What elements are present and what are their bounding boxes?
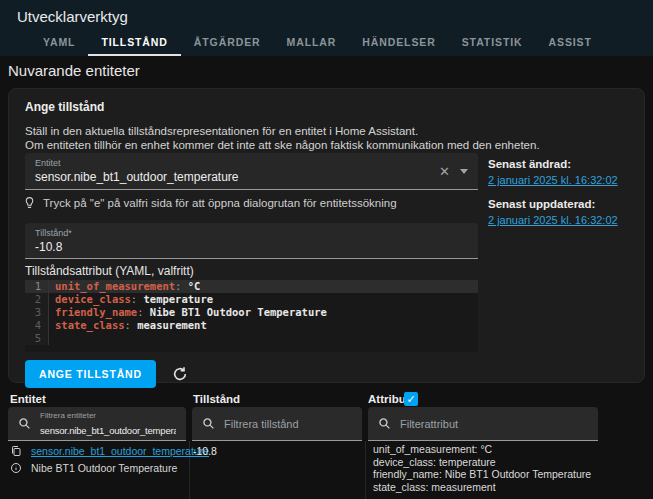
yaml-separator: :: [131, 293, 144, 305]
table-row-state-cell: -10.8: [193, 445, 217, 457]
last-changed-label: Senast ändrad:: [488, 158, 618, 170]
chevron-down-icon[interactable]: [460, 169, 468, 174]
yaml-separator: :: [175, 280, 188, 292]
card-description-line1: Ställ in den aktuella tillståndsrepresen…: [25, 125, 540, 139]
yaml-value: Nibe BT1 Outdoor Temperature: [150, 306, 327, 318]
entity-filter-input[interactable]: Filtrera entiteter: [8, 407, 186, 441]
line-number: 5: [25, 332, 49, 345]
last-changed-link[interactable]: 2 januari 2025 kl. 16:32:02: [488, 174, 618, 186]
card-description: Ställ in den aktuella tillståndsrepresen…: [25, 125, 540, 152]
tab-handelser[interactable]: HÄNDELSER: [349, 30, 448, 56]
app-header: Utvecklarverktyg YAML TILLSTÅND ÅTGÄRDER…: [0, 0, 653, 56]
attribute-line: device_class: temperature: [373, 456, 591, 469]
attribute-filter-input[interactable]: [368, 407, 598, 441]
yaml-key: device_class: [55, 293, 131, 305]
yaml-value: measurement: [137, 319, 207, 331]
search-icon: [378, 417, 391, 430]
yaml-key: state_class: [55, 319, 125, 331]
yaml-value: °C: [188, 280, 201, 292]
attribute-line: friendly_name: Nibe BT1 Outdoor Temperat…: [373, 468, 591, 481]
yaml-editor[interactable]: 1 unit_of_measurement: °C 2 device_class…: [25, 280, 478, 352]
tab-tillstand[interactable]: TILLSTÅND: [88, 30, 180, 56]
yaml-key: friendly_name: [55, 306, 137, 318]
developer-tools-page: Utvecklarverktyg YAML TILLSTÅND ÅTGÄRDER…: [0, 0, 653, 499]
set-state-button[interactable]: ANGE TILLSTÅND: [25, 360, 156, 388]
entity-friendly-name: Nibe BT1 Outdoor Temperature: [31, 462, 177, 474]
state-meta-block: Senast ändrad: 2 januari 2025 kl. 16:32:…: [488, 158, 618, 228]
yaml-line: 2 device_class: temperature: [25, 293, 478, 306]
attributes-label: Tillståndsattribut (YAML, valfritt): [25, 264, 194, 278]
state-filter-field[interactable]: [224, 418, 362, 430]
lightbulb-icon: [23, 196, 36, 209]
table-row-name-cell: Nibe BT1 Outdoor Temperature: [10, 462, 177, 474]
card-title: Ange tillstånd: [25, 100, 104, 114]
attribute-line: state_class: measurement: [373, 481, 591, 494]
search-icon: [202, 417, 215, 430]
refresh-icon[interactable]: [172, 366, 188, 382]
state-input[interactable]: Tillstånd* -10.8: [25, 223, 478, 259]
column-divider: [365, 441, 366, 499]
entity-filter-label: Filtrera entiteter: [40, 411, 176, 420]
yaml-key: unit_of_measurement: [55, 280, 175, 292]
entity-combobox[interactable]: Entitet sensor.nibe_bt1_outdoor_temperat…: [25, 153, 478, 190]
clear-icon[interactable]: ✕: [439, 164, 450, 179]
tab-bar: YAML TILLSTÅND ÅTGÄRDER MALLAR HÄNDELSER…: [30, 30, 605, 56]
search-icon: [18, 417, 31, 430]
attribute-line: unit_of_measurement: °C: [373, 443, 591, 456]
section-heading: Nuvarande entiteter: [8, 62, 140, 79]
tab-assist[interactable]: ASSIST: [536, 30, 605, 56]
entity-field-label: Entitet: [35, 158, 61, 168]
line-number: 3: [25, 306, 49, 319]
entity-search-hint-text: Tryck på "e" på valfri sida för att öppn…: [43, 197, 397, 209]
yaml-separator: :: [137, 306, 150, 318]
yaml-line: 4 state_class: measurement: [25, 319, 478, 332]
state-field-value: -10.8: [35, 240, 62, 254]
yaml-separator: :: [125, 319, 138, 331]
card-description-line2: Om entiteten tillhör en enhet kommer det…: [25, 139, 540, 153]
yaml-line: 3 friendly_name: Nibe BT1 Outdoor Temper…: [25, 306, 478, 319]
column-header-state: Tillstånd: [193, 393, 240, 405]
table-row-attributes-cell: unit_of_measurement: °C device_class: te…: [373, 443, 591, 493]
info-icon[interactable]: [10, 462, 22, 474]
state-filter-input[interactable]: [192, 407, 362, 441]
tab-statistik[interactable]: STATISTIK: [449, 30, 536, 56]
tab-mallar[interactable]: MALLAR: [274, 30, 350, 56]
entity-search-hint: Tryck på "e" på valfri sida för att öppn…: [23, 196, 397, 209]
last-updated-label: Senast uppdaterad:: [488, 198, 618, 210]
attributes-checkbox[interactable]: ✓: [404, 392, 418, 406]
entity-filter-value[interactable]: [40, 425, 176, 436]
set-state-card: Ange tillstånd Ställ in den aktuella til…: [8, 88, 645, 383]
copy-icon[interactable]: [10, 445, 22, 457]
entity-id-link[interactable]: sensor.nibe_bt1_outdoor_temperature: [31, 445, 209, 457]
page-title: Utvecklarverktyg: [17, 8, 128, 25]
tab-yaml[interactable]: YAML: [30, 30, 88, 56]
line-number: 4: [25, 319, 49, 332]
attribute-filter-field[interactable]: [400, 418, 598, 430]
yaml-line: 1 unit_of_measurement: °C: [25, 280, 478, 293]
column-header-entity: Entitet: [10, 393, 46, 405]
line-number: 1: [25, 280, 49, 293]
yaml-line: 5: [25, 332, 478, 345]
tab-atgarder[interactable]: ÅTGÄRDER: [181, 30, 274, 56]
table-row-entity-cell: sensor.nibe_bt1_outdoor_temperature: [10, 445, 209, 457]
entity-field-value: sensor.nibe_bt1_outdoor_temperature: [35, 170, 238, 184]
state-field-label: Tillstånd*: [35, 228, 72, 238]
line-number: 2: [25, 293, 49, 306]
last-updated-link[interactable]: 2 januari 2025 kl. 16:32:02: [488, 214, 618, 226]
yaml-value: temperature: [144, 293, 214, 305]
